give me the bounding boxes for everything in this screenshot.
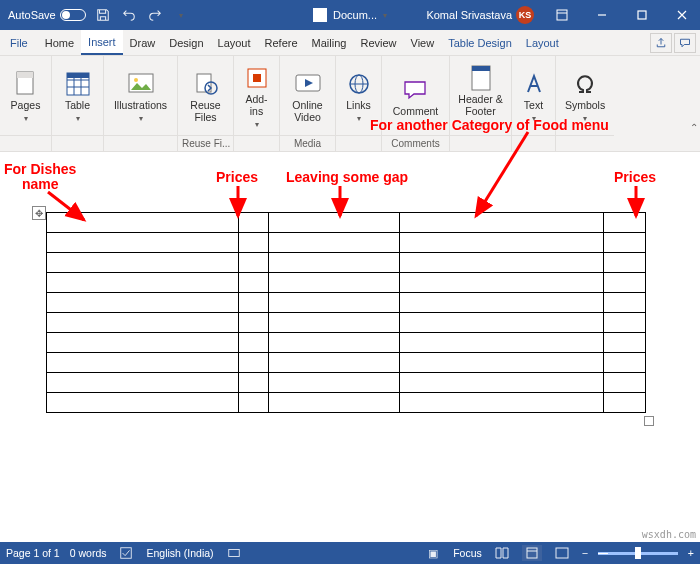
- tab-draw[interactable]: Draw: [123, 30, 163, 55]
- ribbon-options-icon[interactable]: [544, 0, 580, 30]
- online-video-button[interactable]: Online Video: [287, 68, 329, 125]
- zoom-in-button[interactable]: +: [688, 547, 694, 559]
- reuse-files-icon: [192, 70, 220, 98]
- table-resize-handle[interactable]: [644, 416, 654, 426]
- status-words[interactable]: 0 words: [70, 547, 107, 559]
- table-row: [47, 273, 646, 293]
- online-video-icon: [294, 70, 322, 98]
- addins-button[interactable]: Add- ins▾: [236, 62, 278, 130]
- links-icon: [345, 70, 373, 98]
- table-row: [47, 213, 646, 233]
- collapse-ribbon-icon[interactable]: ⌃: [690, 122, 698, 133]
- table-button[interactable]: Table▾: [57, 68, 99, 125]
- web-layout-icon[interactable]: [552, 545, 572, 561]
- svg-point-8: [134, 78, 138, 82]
- tab-references[interactable]: Refere: [258, 30, 305, 55]
- document-area[interactable]: ✥: [0, 152, 700, 542]
- document-name: Docum...: [333, 9, 377, 21]
- table-icon: [64, 70, 92, 98]
- comment-button[interactable]: Comment: [389, 74, 443, 120]
- table-row: [47, 253, 646, 273]
- status-bar: Page 1 of 1 0 words English (India) ▣ Fo…: [0, 542, 700, 564]
- toggle-off-icon: [60, 9, 86, 21]
- tab-table-design[interactable]: Table Design: [441, 30, 519, 55]
- tab-layout[interactable]: Layout: [211, 30, 258, 55]
- comments-button[interactable]: [674, 33, 696, 53]
- accessibility-icon[interactable]: [224, 545, 244, 561]
- inserted-table[interactable]: [46, 212, 646, 413]
- user-account[interactable]: Komal Srivastava KS: [426, 6, 534, 24]
- svg-rect-4: [17, 72, 33, 78]
- tab-table-layout[interactable]: Layout: [519, 30, 566, 55]
- illustrations-icon: [127, 70, 155, 98]
- svg-rect-0: [557, 10, 567, 20]
- spellcheck-icon[interactable]: [116, 545, 136, 561]
- focus-mode-icon[interactable]: ▣: [423, 545, 443, 561]
- symbols-icon: [571, 70, 599, 98]
- maximize-icon[interactable]: [624, 0, 660, 30]
- group-comments: Comments: [382, 135, 449, 151]
- tab-design[interactable]: Design: [162, 30, 210, 55]
- comment-icon: [401, 76, 429, 104]
- doc-dropdown-icon: ▾: [383, 11, 387, 20]
- group-media: Media: [280, 135, 335, 151]
- title-bar: AutoSave ▾ Docum... ▾ Komal Srivastava K…: [0, 0, 700, 30]
- user-name: Komal Srivastava: [426, 9, 512, 21]
- status-page[interactable]: Page 1 of 1: [6, 547, 60, 559]
- table-row: [47, 373, 646, 393]
- zoom-out-button[interactable]: −: [582, 547, 588, 559]
- read-mode-icon[interactable]: [492, 545, 512, 561]
- tab-view[interactable]: View: [404, 30, 442, 55]
- close-icon[interactable]: [664, 0, 700, 30]
- table-row: [47, 233, 646, 253]
- print-layout-icon[interactable]: [522, 545, 542, 561]
- svg-rect-27: [556, 548, 568, 558]
- table-row: [47, 353, 646, 373]
- minimize-icon[interactable]: [584, 0, 620, 30]
- group-reuse-files: Reuse Fi...: [178, 135, 233, 151]
- table-row: [47, 313, 646, 333]
- svg-rect-23: [121, 548, 132, 559]
- svg-rect-25: [527, 548, 537, 558]
- autosave-toggle[interactable]: AutoSave: [8, 9, 86, 21]
- zoom-slider[interactable]: [598, 552, 678, 555]
- annotation-category: For another Category of Food menu: [370, 118, 609, 133]
- text-icon: [520, 70, 548, 98]
- ribbon-tabs: File Home Insert Draw Design Layout Refe…: [0, 30, 700, 56]
- ribbon: Pages▾ Table▾ Illustrations▾ Reuse Files…: [0, 56, 700, 152]
- tab-file[interactable]: File: [0, 30, 38, 55]
- svg-rect-6: [67, 73, 89, 78]
- tab-review[interactable]: Review: [353, 30, 403, 55]
- annotation-gap: Leaving some gap: [286, 170, 408, 185]
- tab-insert[interactable]: Insert: [81, 30, 123, 55]
- annotation-prices-2: Prices: [614, 170, 656, 185]
- share-button[interactable]: [650, 33, 672, 53]
- svg-rect-2: [638, 11, 646, 19]
- addins-icon: [243, 64, 271, 92]
- svg-rect-17: [472, 66, 490, 71]
- svg-rect-12: [253, 74, 261, 82]
- word-doc-icon: [313, 8, 327, 22]
- tab-mailings[interactable]: Mailing: [305, 30, 354, 55]
- save-icon[interactable]: [94, 6, 112, 24]
- annotation-prices-1: Prices: [216, 170, 258, 185]
- table-row: [47, 333, 646, 353]
- redo-icon[interactable]: [146, 6, 164, 24]
- pages-button[interactable]: Pages▾: [5, 68, 47, 125]
- undo-icon[interactable]: [120, 6, 138, 24]
- annotation-dishes: For Dishes name: [4, 162, 76, 193]
- qat-dropdown-icon[interactable]: ▾: [172, 6, 190, 24]
- header-footer-icon: [467, 64, 495, 92]
- tab-home[interactable]: Home: [38, 30, 81, 55]
- table-row: [47, 393, 646, 413]
- table-move-handle[interactable]: ✥: [32, 206, 46, 220]
- status-focus[interactable]: Focus: [453, 547, 482, 559]
- svg-rect-24: [228, 550, 239, 557]
- table-row: [47, 293, 646, 313]
- pages-icon: [12, 70, 40, 98]
- autosave-label: AutoSave: [8, 9, 56, 21]
- illustrations-button[interactable]: Illustrations▾: [110, 68, 171, 125]
- status-language[interactable]: English (India): [146, 547, 213, 559]
- watermark: wsxdh.com: [642, 529, 696, 540]
- reuse-files-button[interactable]: Reuse Files: [185, 68, 227, 125]
